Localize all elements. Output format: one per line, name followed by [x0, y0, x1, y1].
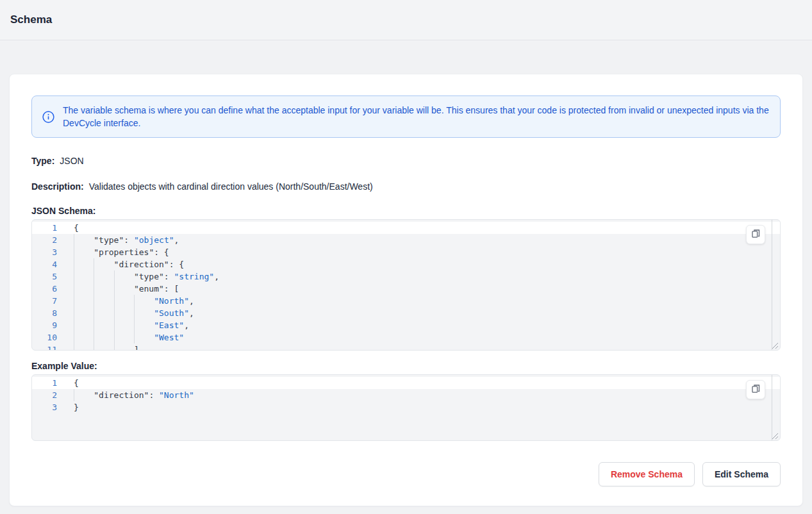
- copy-example-button[interactable]: [746, 380, 765, 399]
- code-punctuation: :: [149, 389, 159, 401]
- indent-guide: [94, 295, 113, 307]
- indent-guide: [134, 295, 154, 307]
- code-punctuation: : {: [169, 258, 184, 270]
- json-schema-label: JSON Schema:: [31, 206, 781, 216]
- alert-text: The variable schema is where you can def…: [63, 104, 770, 129]
- code-punctuation: ,: [174, 234, 179, 246]
- example-value-editor[interactable]: 1{2"direction": "North"3}: [31, 374, 781, 441]
- indent-guide: [94, 270, 113, 283]
- line-number: 11: [32, 344, 66, 351]
- type-value: JSON: [60, 156, 83, 166]
- code-line-2: 2"direction": "North": [32, 389, 780, 401]
- line-number: 7: [32, 295, 66, 307]
- code-text: "West": [66, 331, 780, 344]
- indent-guide: [114, 344, 134, 351]
- copy-schema-button[interactable]: [746, 225, 765, 244]
- indent-guide: [74, 389, 94, 401]
- code-string-value: "object": [134, 234, 174, 246]
- line-number: 3: [32, 401, 66, 413]
- line-number: 2: [32, 234, 66, 246]
- card-actions: Remove Schema Edit Schema: [31, 462, 781, 486]
- edit-schema-button[interactable]: Edit Schema: [702, 462, 781, 486]
- code-line-6: 6"enum": [: [32, 283, 780, 295]
- indent-guide: [94, 344, 113, 351]
- description-row: Description:Validates objects with cardi…: [31, 180, 781, 194]
- page-title: Schema: [10, 13, 52, 26]
- line-number: 8: [32, 307, 66, 319]
- line-number: 6: [32, 283, 66, 295]
- code-punctuation: ,: [214, 270, 219, 283]
- indent-guide: [74, 258, 94, 270]
- indent-guide: [94, 331, 113, 344]
- code-text: "direction": "North": [66, 389, 780, 401]
- copy-icon: [750, 383, 761, 396]
- indent-guide: [74, 246, 94, 258]
- editor-scrollbar[interactable]: [772, 220, 780, 350]
- code-text: "properties": {: [66, 246, 780, 258]
- code-line-7: 7"North",: [32, 295, 780, 307]
- code-key: "direction": [114, 258, 169, 270]
- indent-guide: [74, 234, 94, 246]
- code-text: "type": "string",: [66, 270, 780, 283]
- indent-guide: [114, 295, 134, 307]
- code-line-9: 9"East",: [32, 319, 780, 331]
- code-string-value: "South": [154, 307, 189, 319]
- indent-guide: [74, 307, 94, 319]
- indent-guide: [134, 319, 154, 331]
- indent-guide: [134, 331, 154, 344]
- resize-handle-icon[interactable]: [772, 342, 779, 349]
- code-text: "North",: [66, 295, 780, 307]
- indent-guide: [94, 258, 113, 270]
- code-punctuation: : [: [164, 283, 179, 295]
- json-schema-editor[interactable]: 1{2"type": "object",3"properties": {4"di…: [31, 219, 781, 351]
- type-label: Type:: [31, 156, 54, 166]
- code-line-2: 2"type": "object",: [32, 234, 780, 246]
- code-line-11: 11]: [32, 344, 780, 351]
- code-key: "enum": [134, 283, 164, 295]
- indent-guide: [134, 307, 154, 319]
- line-number: 5: [32, 270, 66, 283]
- type-row: Type:JSON: [31, 154, 781, 168]
- example-value-code: 1{2"direction": "North"3}: [32, 375, 780, 413]
- code-text: "East",: [66, 319, 780, 331]
- indent-guide: [74, 295, 94, 307]
- indent-guide: [74, 283, 94, 295]
- description-value: Validates objects with cardinal directio…: [89, 181, 373, 192]
- line-number: 9: [32, 319, 66, 331]
- code-text: {: [66, 222, 780, 234]
- code-line-10: 10"West": [32, 331, 780, 344]
- indent-guide: [74, 270, 94, 283]
- indent-guide: [74, 331, 94, 344]
- resize-handle-icon[interactable]: [772, 432, 779, 439]
- code-text: "South",: [66, 307, 780, 319]
- code-punctuation: ,: [189, 307, 194, 319]
- example-value-label: Example Value:: [31, 361, 781, 371]
- line-number: 1: [32, 222, 66, 234]
- code-string-value: "North": [154, 295, 189, 307]
- code-text: ]: [66, 344, 780, 351]
- editor-scrollbar[interactable]: [772, 375, 780, 440]
- line-number: 3: [32, 246, 66, 258]
- code-punctuation: :: [124, 234, 134, 246]
- code-punctuation: : {: [154, 246, 169, 258]
- indent-guide: [114, 319, 134, 331]
- code-text: }: [66, 401, 780, 413]
- description-label: Description:: [31, 181, 84, 192]
- code-punctuation: ]: [134, 344, 139, 351]
- indent-guide: [114, 270, 134, 283]
- code-key: "direction": [94, 389, 149, 401]
- line-number: 1: [32, 377, 66, 389]
- remove-schema-button[interactable]: Remove Schema: [599, 462, 695, 486]
- indent-guide: [74, 344, 94, 351]
- code-line-5: 5"type": "string",: [32, 270, 780, 283]
- indent-guide: [94, 319, 113, 331]
- indent-guide: [94, 307, 113, 319]
- code-string-value: "string": [174, 270, 215, 283]
- page-header: Schema: [0, 0, 812, 40]
- info-alert: The variable schema is where you can def…: [31, 95, 781, 138]
- code-text: "enum": [: [66, 283, 780, 295]
- code-punctuation: ,: [189, 295, 194, 307]
- code-line-4: 4"direction": {: [32, 258, 780, 270]
- code-punctuation: {: [74, 377, 79, 389]
- code-line-3: 3"properties": {: [32, 246, 780, 258]
